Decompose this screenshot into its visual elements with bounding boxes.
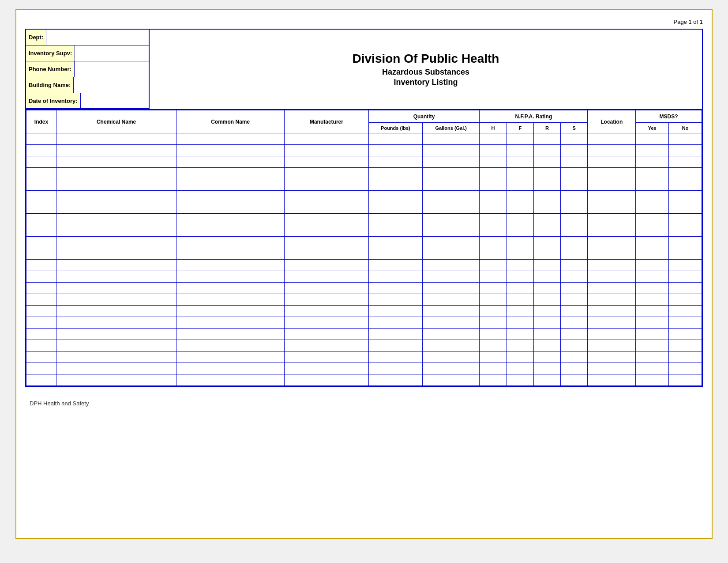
date-value[interactable] [81, 93, 149, 108]
table-cell[interactable] [368, 283, 422, 294]
table-cell[interactable] [368, 191, 422, 202]
table-cell[interactable] [533, 225, 560, 237]
table-cell[interactable] [533, 271, 560, 283]
table-cell[interactable] [533, 294, 560, 306]
table-cell[interactable] [561, 214, 588, 225]
table-cell[interactable] [176, 225, 285, 237]
table-cell[interactable] [176, 340, 285, 351]
table-row[interactable] [26, 374, 702, 386]
table-row[interactable] [26, 363, 702, 374]
table-cell[interactable] [26, 202, 56, 214]
table-cell[interactable] [285, 271, 369, 283]
table-cell[interactable] [56, 214, 176, 225]
table-cell[interactable] [636, 237, 669, 248]
table-cell[interactable] [26, 179, 56, 191]
table-cell[interactable] [56, 340, 176, 351]
table-cell[interactable] [533, 179, 560, 191]
table-cell[interactable] [423, 225, 480, 237]
table-cell[interactable] [423, 306, 480, 317]
table-cell[interactable] [636, 145, 669, 156]
table-cell[interactable] [176, 179, 285, 191]
table-cell[interactable] [561, 237, 588, 248]
table-cell[interactable] [56, 237, 176, 248]
table-cell[interactable] [423, 271, 480, 283]
table-cell[interactable] [507, 156, 533, 168]
table-cell[interactable] [56, 156, 176, 168]
table-cell[interactable] [480, 363, 507, 374]
table-cell[interactable] [56, 329, 176, 340]
table-row[interactable] [26, 329, 702, 340]
table-cell[interactable] [285, 363, 369, 374]
table-cell[interactable] [368, 351, 422, 363]
table-cell[interactable] [507, 202, 533, 214]
table-cell[interactable] [507, 329, 533, 340]
table-cell[interactable] [285, 248, 369, 260]
table-cell[interactable] [368, 156, 422, 168]
table-cell[interactable] [423, 145, 480, 156]
table-cell[interactable] [588, 248, 636, 260]
table-cell[interactable] [26, 248, 56, 260]
table-cell[interactable] [26, 214, 56, 225]
table-cell[interactable] [368, 214, 422, 225]
table-cell[interactable] [507, 351, 533, 363]
table-cell[interactable] [636, 179, 669, 191]
table-row[interactable] [26, 283, 702, 294]
supv-value[interactable] [75, 45, 149, 61]
table-cell[interactable] [368, 237, 422, 248]
table-row[interactable] [26, 260, 702, 271]
table-cell[interactable] [533, 237, 560, 248]
table-cell[interactable] [669, 329, 702, 340]
table-cell[interactable] [176, 294, 285, 306]
table-cell[interactable] [368, 248, 422, 260]
table-cell[interactable] [285, 317, 369, 329]
table-cell[interactable] [368, 260, 422, 271]
table-cell[interactable] [423, 202, 480, 214]
table-cell[interactable] [561, 340, 588, 351]
table-cell[interactable] [56, 145, 176, 156]
table-cell[interactable] [636, 214, 669, 225]
table-cell[interactable] [480, 214, 507, 225]
table-cell[interactable] [533, 191, 560, 202]
table-cell[interactable] [423, 168, 480, 179]
table-cell[interactable] [669, 260, 702, 271]
table-row[interactable] [26, 237, 702, 248]
table-cell[interactable] [176, 168, 285, 179]
table-cell[interactable] [533, 329, 560, 340]
table-cell[interactable] [176, 271, 285, 283]
table-cell[interactable] [507, 283, 533, 294]
building-value[interactable] [74, 77, 149, 93]
table-cell[interactable] [507, 363, 533, 374]
table-cell[interactable] [561, 306, 588, 317]
table-cell[interactable] [368, 294, 422, 306]
table-cell[interactable] [533, 214, 560, 225]
table-cell[interactable] [507, 317, 533, 329]
table-cell[interactable] [533, 156, 560, 168]
table-cell[interactable] [588, 237, 636, 248]
table-cell[interactable] [561, 329, 588, 340]
table-cell[interactable] [368, 133, 422, 145]
table-cell[interactable] [368, 271, 422, 283]
table-cell[interactable] [423, 133, 480, 145]
table-row[interactable] [26, 191, 702, 202]
table-cell[interactable] [480, 133, 507, 145]
table-cell[interactable] [507, 191, 533, 202]
table-cell[interactable] [561, 156, 588, 168]
table-cell[interactable] [368, 374, 422, 386]
table-cell[interactable] [636, 306, 669, 317]
table-cell[interactable] [636, 283, 669, 294]
table-cell[interactable] [533, 283, 560, 294]
table-cell[interactable] [588, 145, 636, 156]
table-row[interactable] [26, 168, 702, 179]
table-row[interactable] [26, 351, 702, 363]
table-cell[interactable] [285, 294, 369, 306]
table-cell[interactable] [669, 156, 702, 168]
table-cell[interactable] [588, 168, 636, 179]
table-cell[interactable] [588, 351, 636, 363]
table-cell[interactable] [26, 340, 56, 351]
table-cell[interactable] [636, 271, 669, 283]
table-cell[interactable] [423, 374, 480, 386]
table-cell[interactable] [423, 260, 480, 271]
table-cell[interactable] [588, 156, 636, 168]
table-row[interactable] [26, 271, 702, 283]
table-cell[interactable] [669, 271, 702, 283]
